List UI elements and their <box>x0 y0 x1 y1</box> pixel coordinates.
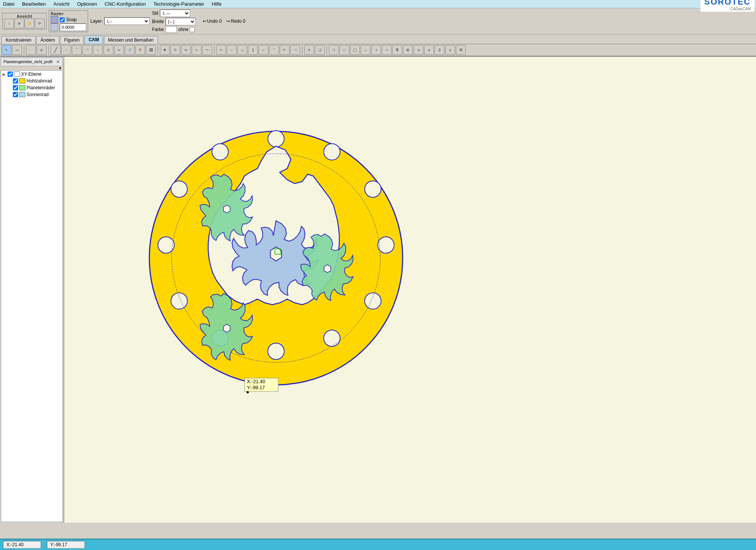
breite-select[interactable]: [--.] <box>166 18 196 25</box>
tree-check-planeten[interactable] <box>13 85 18 90</box>
doc-tab: Planetengetriebe_nicht_profilverschoben … <box>1 57 63 66</box>
ohne-checkbox[interactable] <box>190 27 195 32</box>
tab-figuren[interactable]: Figuren <box>60 36 84 44</box>
snap-checkbox[interactable] <box>60 17 65 22</box>
select-arrow-btn[interactable]: ↖ <box>2 45 11 55</box>
tool-misc1[interactable]: ⊢ <box>280 45 290 55</box>
menu-cnc[interactable]: CNC-Konfiguration <box>103 0 147 8</box>
hatch-btn[interactable]: ≣ <box>392 45 402 55</box>
circle-btn[interactable]: ○ <box>93 45 103 55</box>
tree-check-hohlzahn[interactable] <box>13 78 18 84</box>
nurbs-btn[interactable]: ⌗ <box>382 45 392 55</box>
point-btn[interactable]: · <box>26 45 36 55</box>
undo-button[interactable]: ↩ Undo 0 <box>201 18 223 25</box>
color-swatch[interactable] <box>166 26 177 33</box>
sep4 <box>214 45 214 54</box>
menu-datei[interactable]: Datei <box>2 0 16 8</box>
rect-btn[interactable]: □ <box>339 45 349 55</box>
tool3-btn[interactable]: ⇔ <box>181 45 191 55</box>
select-rect-btn[interactable]: ▭ <box>12 45 22 55</box>
raster-dots-icon[interactable] <box>51 23 58 31</box>
delete-btn[interactable]: ✕ <box>304 45 314 55</box>
tree-label-sonnen: Sonnenrad <box>26 92 49 97</box>
doc-tab-close[interactable]: ✕ <box>56 59 60 65</box>
rotate-btn[interactable]: ↻ <box>170 45 180 55</box>
offset-btn[interactable]: ⊞ <box>403 45 413 55</box>
menu-optionen[interactable]: Optionen <box>76 0 99 8</box>
connect-btn[interactable]: 🔗 <box>125 45 135 55</box>
tool-a[interactable]: α <box>424 45 434 55</box>
ansicht-pan-btn[interactable]: ✋ <box>25 19 34 28</box>
tool-d[interactable]: ⌘ <box>456 45 466 55</box>
ansicht-zoom-btn[interactable]: ⊕ <box>14 19 24 28</box>
tab-dropdown-arrow[interactable]: ▼ <box>0 66 64 70</box>
menu-bearbeiten[interactable]: Bearbeiten <box>20 0 47 8</box>
style-area: Stil 1 — Breite [--.] Farbe ohne <box>152 9 195 33</box>
spline-btn[interactable]: ∿ <box>192 45 201 55</box>
menu-tech[interactable]: Technologie-Parameter <box>152 0 206 8</box>
tab-messen[interactable]: Messen und Bemaßen <box>104 36 158 44</box>
extend-btn[interactable]: ↔ <box>227 45 237 55</box>
circle-point-btn[interactable]: ◎ <box>37 45 46 55</box>
tool-c[interactable]: γ <box>445 45 455 55</box>
svg-text:X:-21.40: X:-21.40 <box>247 379 265 384</box>
menu-ansicht[interactable]: Ansicht <box>52 0 71 8</box>
raster-grid-icon[interactable] <box>51 16 58 23</box>
arc2-btn[interactable]: ◠ <box>82 45 92 55</box>
tab-konstruieren[interactable]: Konstruieren <box>2 36 36 44</box>
breite-label: Breite <box>152 19 164 24</box>
stil-label: Stil <box>152 11 158 16</box>
redo-button[interactable]: ↪ Redo 0 <box>225 18 247 25</box>
svg-marker-17 <box>223 205 230 213</box>
layer-select[interactable]: L-- <box>104 17 150 25</box>
trim-btn[interactable]: ✂ <box>216 45 226 55</box>
layer-label: Layer: <box>90 19 103 24</box>
arc-btn[interactable]: ⌒ <box>72 45 82 55</box>
group-btn[interactable]: ❏ <box>315 45 325 55</box>
bezier-btn[interactable]: ⌖ <box>371 45 381 55</box>
tree-item-sonnen[interactable]: Sonnenrad <box>1 91 62 98</box>
measure-btn[interactable]: ⌀ <box>414 45 423 55</box>
ellipse-btn[interactable]: ◯ <box>350 45 360 55</box>
fillet-btn[interactable]: ⌐ <box>259 45 268 55</box>
layer-area: Layer: L-- <box>90 17 150 25</box>
parallel-btn[interactable]: ∥ <box>248 45 258 55</box>
tool-b[interactable]: β <box>435 45 445 55</box>
raster-value-input[interactable] <box>60 23 86 31</box>
image-btn[interactable]: 🖼 <box>146 45 156 55</box>
tree-check-sonnen[interactable] <box>13 92 18 97</box>
line2-btn[interactable]: ⟋ <box>61 45 71 55</box>
svg-point-7 <box>324 330 340 346</box>
snap-label: Snap <box>66 17 77 22</box>
chamfer-btn[interactable]: ⌝ <box>269 45 279 55</box>
circle2-btn[interactable]: ⊙ <box>104 45 113 55</box>
move-btn[interactable]: ✥ <box>160 45 170 55</box>
ansicht-home-btn[interactable]: ⌂ <box>4 19 14 28</box>
svg-point-23 <box>246 391 249 393</box>
canvas-area[interactable]: X:-21.40 Y:-99.17 <box>64 57 756 523</box>
curve-btn[interactable]: ⌓ <box>361 45 370 55</box>
text-btn[interactable]: T <box>135 45 145 55</box>
tab-andern[interactable]: Ändern <box>36 36 59 44</box>
tab-cam[interactable]: CAM <box>84 36 103 44</box>
menu-hilfe[interactable]: Hilfe <box>210 0 223 8</box>
wave-btn[interactable]: 〜 <box>202 45 212 55</box>
tree-item-xy[interactable]: ▶ XY-Ebene <box>1 71 62 78</box>
menubar: Datei Bearbeiten Ansicht Optionen CNC-Ko… <box>0 0 756 8</box>
tree-item-hohlzahn[interactable]: Hohlzahnrad <box>1 78 62 84</box>
tool-misc2[interactable]: ⊣ <box>290 45 300 55</box>
circle3-btn[interactable]: ∞ <box>114 45 124 55</box>
tree-item-planeten[interactable]: Planetenräder <box>1 84 62 91</box>
snap-pts-btn[interactable]: ⊥ <box>237 45 247 55</box>
sep1 <box>24 45 24 54</box>
raster-label: Raster <box>51 11 86 16</box>
logo-subtitle: CADasCAM <box>730 7 751 11</box>
svg-point-13 <box>212 144 228 160</box>
polygon-btn[interactable]: ⬡ <box>329 45 339 55</box>
line-btn[interactable]: ╱ <box>51 45 60 55</box>
logo-text: SOROTEC <box>704 0 751 7</box>
sep2 <box>48 45 49 54</box>
stil-select[interactable]: 1 — <box>160 9 190 17</box>
tree-check-xy[interactable] <box>8 71 13 77</box>
ansicht-rotate3d-btn[interactable]: ⟳ <box>35 19 45 28</box>
